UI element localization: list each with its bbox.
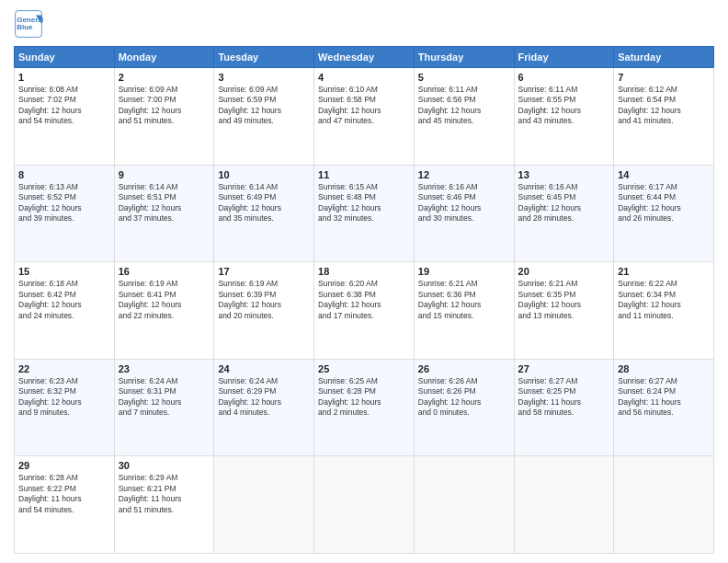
cell-info: Sunrise: 6:16 AM Sunset: 6:46 PM Dayligh… <box>418 182 510 224</box>
calendar-cell: 3 Sunrise: 6:09 AM Sunset: 6:59 PM Dayli… <box>214 68 314 166</box>
cell-info: Sunrise: 6:15 AM Sunset: 6:48 PM Dayligh… <box>318 182 410 224</box>
day-number: 24 <box>218 363 310 374</box>
day-number: 1 <box>18 72 110 83</box>
calendar-cell <box>514 456 614 554</box>
day-number: 28 <box>618 363 710 374</box>
calendar-cell <box>214 456 314 554</box>
day-number: 2 <box>119 72 210 83</box>
weekday-header: Wednesday <box>314 47 415 68</box>
cell-info: Sunrise: 6:10 AM Sunset: 6:58 PM Dayligh… <box>318 85 410 127</box>
logo-icon: General Blue <box>14 9 43 39</box>
logo: General Blue <box>14 9 47 39</box>
cell-info: Sunrise: 6:21 AM Sunset: 6:35 PM Dayligh… <box>518 279 610 321</box>
day-number: 12 <box>418 169 510 180</box>
day-number: 3 <box>218 72 310 83</box>
cell-info: Sunrise: 6:14 AM Sunset: 6:49 PM Dayligh… <box>218 182 310 224</box>
calendar-cell: 15 Sunrise: 6:18 AM Sunset: 6:42 PM Dayl… <box>15 262 115 360</box>
calendar-cell <box>614 456 714 554</box>
calendar-table: SundayMondayTuesdayWednesdayThursdayFrid… <box>14 46 714 554</box>
day-number: 25 <box>318 363 410 374</box>
calendar-cell: 2 Sunrise: 6:09 AM Sunset: 7:00 PM Dayli… <box>114 68 214 166</box>
cell-info: Sunrise: 6:13 AM Sunset: 6:52 PM Dayligh… <box>18 182 110 224</box>
cell-info: Sunrise: 6:18 AM Sunset: 6:42 PM Dayligh… <box>18 279 110 321</box>
day-number: 8 <box>18 169 110 180</box>
calendar-cell: 9 Sunrise: 6:14 AM Sunset: 6:51 PM Dayli… <box>114 165 214 262</box>
cell-info: Sunrise: 6:11 AM Sunset: 6:55 PM Dayligh… <box>518 85 610 127</box>
calendar-cell: 26 Sunrise: 6:26 AM Sunset: 6:26 PM Dayl… <box>414 359 514 456</box>
calendar-cell: 10 Sunrise: 6:14 AM Sunset: 6:49 PM Dayl… <box>214 165 314 262</box>
calendar-cell: 28 Sunrise: 6:27 AM Sunset: 6:24 PM Dayl… <box>614 359 714 456</box>
day-number: 21 <box>618 266 710 277</box>
day-number: 7 <box>618 72 710 83</box>
cell-info: Sunrise: 6:24 AM Sunset: 6:29 PM Dayligh… <box>218 376 310 419</box>
day-number: 4 <box>318 72 410 83</box>
calendar-cell: 23 Sunrise: 6:24 AM Sunset: 6:31 PM Dayl… <box>114 359 214 456</box>
calendar-cell: 7 Sunrise: 6:12 AM Sunset: 6:54 PM Dayli… <box>614 68 714 166</box>
calendar-cell: 25 Sunrise: 6:25 AM Sunset: 6:28 PM Dayl… <box>314 359 415 456</box>
calendar-cell: 20 Sunrise: 6:21 AM Sunset: 6:35 PM Dayl… <box>514 262 614 360</box>
cell-info: Sunrise: 6:22 AM Sunset: 6:34 PM Dayligh… <box>618 279 710 321</box>
weekday-header: Friday <box>514 47 614 68</box>
calendar-cell: 22 Sunrise: 6:23 AM Sunset: 6:32 PM Dayl… <box>15 359 115 456</box>
calendar-cell: 18 Sunrise: 6:20 AM Sunset: 6:38 PM Dayl… <box>314 262 415 360</box>
calendar-cell: 4 Sunrise: 6:10 AM Sunset: 6:58 PM Dayli… <box>314 68 415 166</box>
calendar-cell: 29 Sunrise: 6:28 AM Sunset: 6:22 PM Dayl… <box>15 456 115 554</box>
header: General Blue <box>14 9 714 39</box>
calendar-cell: 13 Sunrise: 6:16 AM Sunset: 6:45 PM Dayl… <box>514 165 614 262</box>
weekday-header: Tuesday <box>214 47 314 68</box>
day-number: 19 <box>418 266 510 277</box>
weekday-header: Thursday <box>414 47 514 68</box>
calendar-cell: 14 Sunrise: 6:17 AM Sunset: 6:44 PM Dayl… <box>614 165 714 262</box>
cell-info: Sunrise: 6:24 AM Sunset: 6:31 PM Dayligh… <box>119 376 210 419</box>
day-number: 15 <box>18 266 110 277</box>
cell-info: Sunrise: 6:20 AM Sunset: 6:38 PM Dayligh… <box>318 279 410 321</box>
calendar-cell: 21 Sunrise: 6:22 AM Sunset: 6:34 PM Dayl… <box>614 262 714 360</box>
calendar-cell: 27 Sunrise: 6:27 AM Sunset: 6:25 PM Dayl… <box>514 359 614 456</box>
day-number: 16 <box>119 266 210 277</box>
day-number: 23 <box>119 363 210 374</box>
calendar-cell: 5 Sunrise: 6:11 AM Sunset: 6:56 PM Dayli… <box>414 68 514 166</box>
calendar-cell: 1 Sunrise: 6:08 AM Sunset: 7:02 PM Dayli… <box>15 68 115 166</box>
day-number: 6 <box>518 72 610 83</box>
calendar-cell: 12 Sunrise: 6:16 AM Sunset: 6:46 PM Dayl… <box>414 165 514 262</box>
calendar-cell: 19 Sunrise: 6:21 AM Sunset: 6:36 PM Dayl… <box>414 262 514 360</box>
weekday-header: Sunday <box>15 47 115 68</box>
calendar-cell: 11 Sunrise: 6:15 AM Sunset: 6:48 PM Dayl… <box>314 165 415 262</box>
cell-info: Sunrise: 6:28 AM Sunset: 6:22 PM Dayligh… <box>18 473 110 515</box>
cell-info: Sunrise: 6:29 AM Sunset: 6:21 PM Dayligh… <box>119 473 210 515</box>
day-number: 10 <box>218 169 310 180</box>
cell-info: Sunrise: 6:25 AM Sunset: 6:28 PM Dayligh… <box>318 376 410 419</box>
day-number: 14 <box>618 169 710 180</box>
cell-info: Sunrise: 6:09 AM Sunset: 7:00 PM Dayligh… <box>119 85 210 127</box>
cell-info: Sunrise: 6:26 AM Sunset: 6:26 PM Dayligh… <box>418 376 510 419</box>
day-number: 22 <box>18 363 110 374</box>
calendar-cell: 17 Sunrise: 6:19 AM Sunset: 6:39 PM Dayl… <box>214 262 314 360</box>
calendar-cell: 16 Sunrise: 6:19 AM Sunset: 6:41 PM Dayl… <box>114 262 214 360</box>
day-number: 30 <box>119 460 210 471</box>
cell-info: Sunrise: 6:12 AM Sunset: 6:54 PM Dayligh… <box>618 85 710 127</box>
day-number: 20 <box>518 266 610 277</box>
calendar-cell: 24 Sunrise: 6:24 AM Sunset: 6:29 PM Dayl… <box>214 359 314 456</box>
day-number: 18 <box>318 266 410 277</box>
day-number: 17 <box>218 266 310 277</box>
weekday-header: Saturday <box>614 47 714 68</box>
calendar-cell: 8 Sunrise: 6:13 AM Sunset: 6:52 PM Dayli… <box>15 165 115 262</box>
cell-info: Sunrise: 6:27 AM Sunset: 6:24 PM Dayligh… <box>618 376 710 419</box>
calendar-cell <box>414 456 514 554</box>
cell-info: Sunrise: 6:27 AM Sunset: 6:25 PM Dayligh… <box>518 376 610 419</box>
calendar-cell <box>314 456 415 554</box>
day-number: 27 <box>518 363 610 374</box>
calendar-cell: 6 Sunrise: 6:11 AM Sunset: 6:55 PM Dayli… <box>514 68 614 166</box>
day-number: 9 <box>119 169 210 180</box>
cell-info: Sunrise: 6:09 AM Sunset: 6:59 PM Dayligh… <box>218 85 310 127</box>
page: General Blue SundayMondayTuesdayWednesda… <box>0 0 728 563</box>
day-number: 11 <box>318 169 410 180</box>
cell-info: Sunrise: 6:23 AM Sunset: 6:32 PM Dayligh… <box>18 376 110 419</box>
cell-info: Sunrise: 6:14 AM Sunset: 6:51 PM Dayligh… <box>119 182 210 224</box>
day-number: 5 <box>418 72 510 83</box>
cell-info: Sunrise: 6:19 AM Sunset: 6:39 PM Dayligh… <box>218 279 310 321</box>
weekday-header: Monday <box>114 47 214 68</box>
cell-info: Sunrise: 6:08 AM Sunset: 7:02 PM Dayligh… <box>18 85 110 127</box>
cell-info: Sunrise: 6:16 AM Sunset: 6:45 PM Dayligh… <box>518 182 610 224</box>
cell-info: Sunrise: 6:21 AM Sunset: 6:36 PM Dayligh… <box>418 279 510 321</box>
